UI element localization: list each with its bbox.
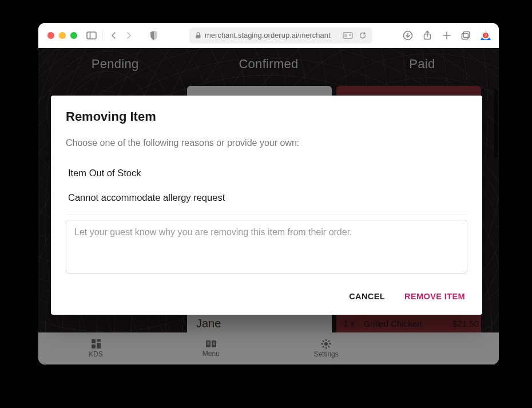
divider (66, 215, 467, 215)
minimize-window-button[interactable] (59, 32, 66, 39)
svg-rect-8 (463, 31, 470, 37)
zoom-window-button[interactable] (70, 32, 77, 39)
remove-item-button[interactable]: REMOVE ITEM (402, 288, 467, 304)
share-button[interactable] (420, 28, 435, 43)
reason-option[interactable]: Item Out of Stock (66, 161, 467, 185)
url-text: merchant.staging.orderup.ai/merchant (205, 31, 339, 39)
reader-icon (343, 31, 355, 39)
window-controls (47, 32, 77, 39)
browser-toolbar: merchant.staging.orderup.ai/merchant (38, 23, 499, 48)
svg-rect-9 (462, 33, 469, 39)
new-tab-button[interactable] (439, 28, 454, 43)
svg-rect-2 (196, 35, 201, 38)
downloads-button[interactable] (400, 28, 415, 43)
custom-reason-input[interactable] (66, 220, 467, 274)
sidebar-toggle-button[interactable] (84, 28, 99, 43)
privacy-shield-button[interactable] (146, 28, 161, 43)
alert-badge: 2 (482, 31, 490, 39)
back-button[interactable] (106, 28, 121, 43)
dialog-lead: Choose one of the following reasons or p… (66, 138, 467, 148)
remove-item-dialog: Removing Item Choose one of the followin… (51, 96, 482, 315)
address-bar[interactable]: merchant.staging.orderup.ai/merchant (189, 27, 372, 43)
reload-icon[interactable] (359, 31, 367, 39)
app-body: Pending Confirmed Paid Jane 1 x Grilled … (38, 48, 499, 365)
cancel-button[interactable]: CANCEL (347, 288, 387, 304)
alert-button[interactable]: 2 (478, 28, 493, 43)
tabs-button[interactable] (459, 28, 474, 43)
dialog-title: Removing Item (66, 109, 467, 124)
browser-window: merchant.staging.orderup.ai/merchant (38, 23, 499, 365)
reason-option[interactable]: Cannot accommodate allergy request (66, 185, 467, 210)
dialog-actions: CANCEL REMOVE ITEM (66, 288, 467, 304)
svg-rect-0 (87, 32, 96, 39)
forward-button[interactable] (121, 28, 136, 43)
close-window-button[interactable] (47, 32, 54, 39)
reason-options: Item Out of Stock Cannot accommodate all… (66, 161, 467, 210)
